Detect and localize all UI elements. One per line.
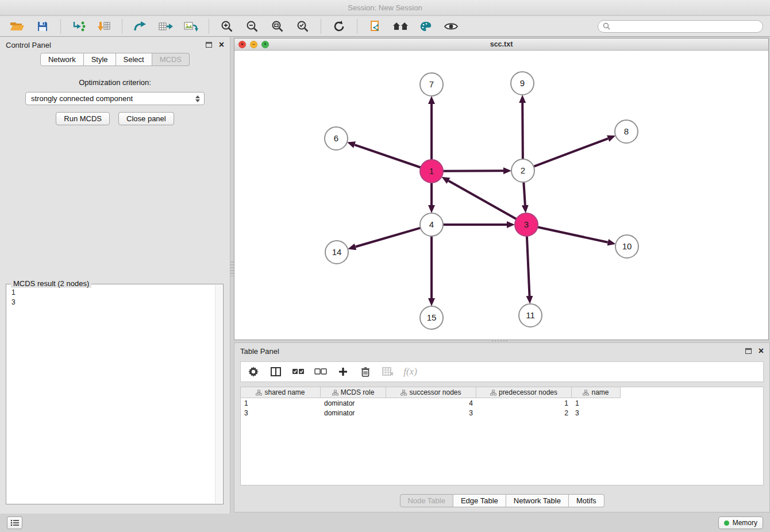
show-columns-button[interactable] (269, 364, 283, 379)
tab-node-table[interactable]: Node Table (399, 494, 453, 507)
graph-edge-3-10[interactable] (538, 227, 608, 242)
toolbar-search[interactable] (598, 20, 763, 33)
graph-node-label: 9 (520, 78, 525, 88)
delete-table-button[interactable] (381, 364, 395, 379)
graph-edge-1-2[interactable] (443, 171, 503, 171)
panel-toggle-button[interactable] (7, 516, 22, 529)
visual-styles-button[interactable] (415, 18, 436, 35)
first-neighbors-button[interactable] (390, 18, 411, 35)
memory-button[interactable]: Memory (718, 516, 763, 529)
criterion-dropdown-value: strongly connected component (31, 94, 133, 103)
add-column-button[interactable] (336, 364, 350, 379)
export-table-button[interactable] (155, 18, 176, 35)
toolbar-separator (122, 19, 122, 34)
graph-node-label: 7 (429, 79, 434, 89)
graph-edge-2-3[interactable] (523, 182, 525, 205)
column-header-mcds-role[interactable]: MCDS role (321, 387, 386, 398)
zoom-fit-button[interactable] (267, 18, 288, 35)
deselect-all-button[interactable] (314, 364, 328, 379)
graph-edge-3-11[interactable] (527, 236, 530, 296)
zoom-in-icon (221, 20, 233, 33)
table-panel-tabs: Node Table Edge Table Network Table Moti… (399, 494, 604, 507)
network-canvas[interactable]: 7968124314101511 (234, 51, 768, 340)
import-network-button[interactable] (68, 18, 89, 35)
window-minimize-icon[interactable]: − (250, 41, 257, 48)
table-row[interactable]: 3 dominator 3 2 3 (241, 408, 763, 418)
save-session-button[interactable] (32, 18, 53, 35)
import-table-icon (97, 21, 111, 32)
graph-edge-2-8[interactable] (534, 138, 608, 167)
open-session-button[interactable] (7, 18, 28, 35)
graph-edge-1-6[interactable] (355, 145, 421, 167)
delete-column-button[interactable] (359, 364, 372, 379)
cell-name[interactable]: 3 (572, 409, 621, 417)
export-network-button[interactable] (130, 18, 151, 35)
tab-edge-table[interactable]: Edge Table (453, 494, 506, 507)
zoom-in-button[interactable] (217, 18, 237, 35)
cell-shared-name[interactable]: 3 (241, 409, 321, 417)
window-close-icon[interactable]: × (238, 41, 246, 48)
graph-node-label: 3 (524, 219, 529, 229)
tab-network[interactable]: Network (40, 53, 84, 66)
deselect-all-icon (314, 368, 327, 375)
table-settings-button[interactable] (247, 364, 260, 379)
close-panel-button[interactable]: Close panel (118, 112, 174, 125)
sort-icon (583, 390, 589, 396)
cell-mcds-role[interactable]: dominator (321, 409, 386, 417)
graph-edge-3-1[interactable] (449, 181, 517, 219)
cell-name[interactable]: 1 (572, 399, 621, 407)
column-header-name[interactable]: name (572, 387, 621, 398)
search-input[interactable] (613, 22, 758, 31)
tab-motifs[interactable]: Motifs (569, 494, 605, 507)
close-panel-icon[interactable]: × (219, 41, 224, 49)
mcds-result-item[interactable]: 3 (11, 298, 218, 307)
export-image-button[interactable] (180, 18, 201, 35)
tab-style[interactable]: Style (84, 53, 116, 66)
column-label: successor nodes (409, 388, 461, 396)
cell-predecessor-nodes[interactable]: 1 (476, 399, 572, 407)
tab-mcds[interactable]: MCDS (152, 53, 190, 66)
cell-successor-nodes[interactable]: 3 (386, 409, 476, 417)
float-window-icon[interactable] (206, 42, 212, 48)
close-panel-icon[interactable]: × (759, 347, 764, 355)
memory-status-icon (724, 521, 729, 526)
zoom-out-button[interactable] (242, 18, 263, 35)
run-mcds-button[interactable]: Run MCDS (56, 112, 110, 125)
show-hide-graphics-button[interactable] (441, 18, 461, 35)
graph-edge-4-14[interactable] (356, 228, 421, 247)
node-table-header: shared name MCDS role successor nodes pr… (241, 387, 763, 398)
graph-node-label: 15 (427, 313, 437, 322)
criterion-dropdown[interactable]: strongly connected component (25, 92, 205, 105)
plus-icon (338, 367, 348, 377)
column-header-shared-name[interactable]: shared name (241, 387, 321, 398)
refresh-button[interactable] (329, 18, 349, 35)
network-window-titlebar[interactable]: × − + scc.txt (234, 38, 768, 51)
zoom-selected-button[interactable] (292, 18, 313, 35)
mcds-result-list[interactable]: 1 3 (6, 284, 223, 311)
table-panel: Table Panel × f(x) (234, 342, 770, 512)
cell-predecessor-nodes[interactable]: 2 (476, 409, 572, 417)
tab-network-table[interactable]: Network Table (506, 494, 569, 507)
graph-edge-2-9[interactable] (522, 103, 523, 159)
table-row[interactable]: 1 dominator 4 1 1 (241, 398, 763, 408)
graph-node-label: 1 (429, 166, 434, 176)
column-header-successor-nodes[interactable]: successor nodes (386, 387, 476, 398)
column-header-predecessor-nodes[interactable]: predecessor nodes (476, 387, 572, 398)
window-zoom-icon[interactable]: + (261, 41, 269, 48)
status-bar: Memory (0, 514, 770, 532)
tab-select[interactable]: Select (116, 53, 152, 66)
result-scrollbar[interactable] (215, 285, 222, 503)
cell-mcds-role[interactable]: dominator (321, 399, 386, 407)
export-document-button[interactable] (365, 18, 386, 35)
float-window-icon[interactable] (745, 348, 752, 354)
cell-shared-name[interactable]: 1 (241, 399, 321, 407)
dropdown-stepper-icon (195, 95, 200, 102)
select-all-button[interactable] (291, 364, 305, 379)
cell-successor-nodes[interactable]: 4 (386, 399, 476, 407)
zoom-out-icon (246, 20, 259, 33)
network-graph[interactable]: 7968124314101511 (234, 51, 768, 340)
export-network-icon (133, 21, 147, 32)
import-table-button[interactable] (94, 18, 114, 35)
function-builder-button[interactable]: f(x) (403, 364, 417, 379)
mcds-result-item[interactable]: 1 (11, 288, 218, 298)
